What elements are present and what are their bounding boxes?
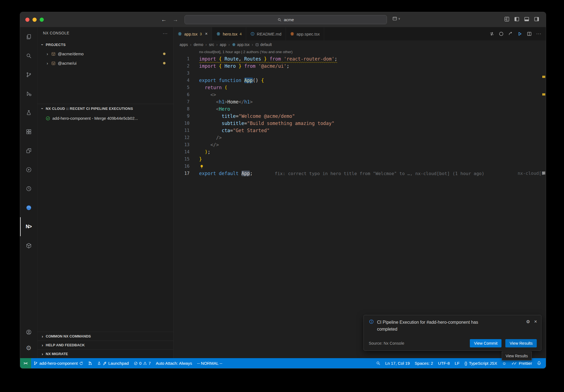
minimize-window-button[interactable] [32,18,37,22]
close-tab-icon[interactable]: × [205,31,208,36]
activity-extensions[interactable] [20,122,37,141]
code-line[interactable]: 6 <> [173,91,546,98]
notification-close-icon[interactable]: × [534,319,537,325]
activity-explorer[interactable] [20,27,37,46]
notification-settings-icon[interactable]: ⚙ [526,319,530,324]
breadcrumb-item[interactable]: app [220,42,226,47]
branch-status-item[interactable]: add-hero-component [31,358,86,368]
tab-app-tsx[interactable]: app.tsx 3 × [173,27,212,40]
code-line[interactable]: 16 [173,163,546,170]
split-editor-icon[interactable] [527,31,532,36]
code-line[interactable]: 1import { Route, Routes } from 'react-ro… [173,55,546,62]
notifications-status-item[interactable] [535,358,544,368]
pull-request-status-item[interactable] [86,358,95,368]
problems-status-item[interactable]: 0 ⚠ 7 [131,358,153,368]
activity-remote-explorer[interactable] [20,141,37,160]
new-window-dropdown[interactable]: ∨ [392,16,400,21]
tab-hero-tsx[interactable]: hero.tsx 4 [212,27,246,40]
encoding-status-item[interactable]: UTF-8 [436,358,452,368]
codelens-blame[interactable]: nx-cloud[bot], 1 hour ago | 2 authors (Y… [173,49,546,55]
indentation-status-item[interactable]: Spaces: 2 [412,358,436,368]
code-line[interactable]: 12 /> [173,134,546,141]
activity-source-control[interactable] [20,65,37,84]
remote-indicator[interactable]: >< [20,358,31,368]
view-commit-button[interactable]: View Commit [470,339,501,347]
zoom-status-item[interactable] [374,358,383,368]
chevron-icon: › [41,334,44,339]
nav-back-icon[interactable]: ← [161,17,167,23]
launchpad-status-item[interactable]: Launchpad [95,358,131,368]
code-line[interactable]: 9 title="Welcome @acme/demo" [173,113,546,120]
code-line[interactable]: 7 <h1>Home</h1> [173,98,546,105]
auto-attach-status-item[interactable]: Auto Attach: Always [153,358,195,368]
activity-run-debug[interactable] [20,84,37,103]
activity-testing[interactable] [20,103,37,122]
nx-cloud-section-header[interactable]: › NX CLOUD :: RECENT CI PIPELINE EXECUTI… [37,104,173,113]
search-icon [278,18,281,22]
project-item-acme-demo[interactable]: › @acme/demo [37,49,173,58]
toggle-primary-sidebar-icon[interactable] [514,17,519,22]
code-line[interactable]: 17export default App;fix: correct typo i… [173,170,546,177]
help-and-feedback-section[interactable]: › HELP AND FEEDBACK [37,341,173,349]
activity-nx-console[interactable]: N> [20,217,37,236]
code-line[interactable]: 13 </> [173,141,546,148]
breadcrumb-item[interactable]: demo [194,42,203,47]
check-all-icon: ✓✓ [511,361,517,366]
warning-mark [542,76,545,78]
nx-migrate-section[interactable]: › NX MIGRATE [37,349,173,358]
activity-search[interactable] [20,46,37,65]
command-center-search[interactable]: acme [185,15,387,24]
remote-explorer-icon [26,148,32,154]
code-line[interactable]: 14 ); [173,148,546,156]
activity-edge-browser[interactable] [20,198,37,217]
cursor-position-status-item[interactable]: Ln 17, Col 19 [383,358,412,368]
customize-layout-icon[interactable] [504,17,509,22]
pipeline-execution-item[interactable]: add-hero-component - Merge 409b44e5cb02.… [37,114,173,123]
outline-circle-icon[interactable] [499,31,504,36]
beaker-icon [26,110,32,116]
language-status-item[interactable]: {} TypeScript JSX [462,358,500,368]
nav-forward-icon[interactable]: → [173,17,178,23]
settings-button[interactable]: ⚙ [20,340,37,356]
breadcrumb-separator: › [228,42,230,47]
code-line[interactable]: 10 subtitle="Build something amazing tod… [173,120,546,127]
code-line[interactable]: 3 [173,70,546,77]
run-file-icon[interactable] [517,31,522,36]
code-line[interactable]: 2import { Hero } from '@acme/ui'; [173,62,546,70]
tab-app-spec-tsx[interactable]: app.spec.tsx [286,27,324,40]
activity-package[interactable] [20,236,37,255]
extensions-icon [26,129,32,135]
breadcrumb-item-symbol[interactable]: default [255,42,272,47]
project-item-acme-ui[interactable]: › @acme/ui [37,59,173,68]
breadcrumb-item[interactable]: src [209,42,214,47]
overview-ruler[interactable] [542,70,546,358]
lightbulb-icon[interactable] [200,165,204,169]
code-line[interactable]: 5 return ( [173,84,546,91]
projects-section-header[interactable]: › PROJECTS [41,40,66,49]
toggle-panel-icon[interactable] [524,17,529,22]
tab-readme-md[interactable]: README.md [246,27,286,40]
code-line[interactable]: 4export function App() { [173,77,546,84]
breadcrumb-item-file[interactable]: app.tsx [232,42,250,47]
code-editor[interactable]: nx-cloud[bot], 1 hour ago | 2 authors (Y… [173,49,546,358]
zoom-window-button[interactable] [40,18,44,22]
compare-changes-icon[interactable] [489,31,494,36]
activity-recent-executions[interactable] [20,179,37,198]
line-number: 16 [173,163,189,170]
sidebar-more-actions-icon[interactable]: ··· [163,31,168,36]
vim-mode-status-item[interactable]: -- NORMAL -- [194,358,225,368]
common-nx-commands-section[interactable]: › COMMON NX COMMANDS [37,332,173,341]
eol-status-item[interactable]: LF [452,358,462,368]
code-line[interactable]: 8 <Hero [173,105,546,113]
line-number: 13 [173,141,189,148]
toggle-secondary-sidebar-icon[interactable] [534,17,539,22]
more-actions-icon[interactable]: ··· [536,31,541,36]
account-button[interactable] [20,324,37,340]
code-line[interactable]: 15} [173,156,546,163]
close-window-button[interactable] [25,18,29,22]
run-all-icon[interactable] [508,31,513,36]
code-line[interactable]: 11 cta="Get Started" [173,127,546,134]
breadcrumb-item[interactable]: apps [180,42,188,47]
view-results-button[interactable]: View Results [505,339,537,347]
activity-run-circle[interactable] [20,160,37,179]
